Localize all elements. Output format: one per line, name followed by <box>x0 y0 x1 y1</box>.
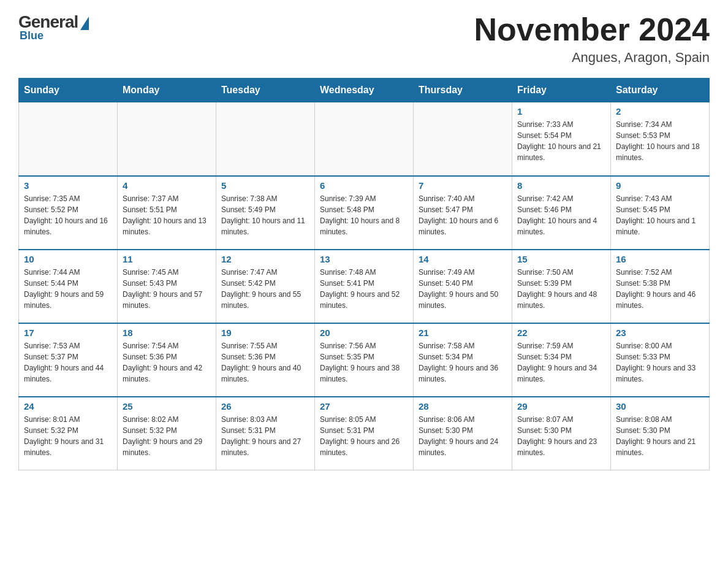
table-row: 15Sunrise: 7:50 AMSunset: 5:39 PMDayligh… <box>512 250 611 323</box>
sun-info: Sunrise: 7:52 AMSunset: 5:38 PMDaylight:… <box>616 267 704 311</box>
table-row: 1Sunrise: 7:33 AMSunset: 5:54 PMDaylight… <box>512 102 611 176</box>
day-number: 29 <box>517 401 605 412</box>
day-number: 2 <box>616 106 704 117</box>
day-number: 9 <box>616 180 704 191</box>
sun-info: Sunrise: 7:55 AMSunset: 5:36 PMDaylight:… <box>221 340 309 385</box>
sun-info: Sunrise: 8:02 AMSunset: 5:32 PMDaylight:… <box>123 414 211 458</box>
sun-info: Sunrise: 7:59 AMSunset: 5:34 PMDaylight:… <box>517 340 605 385</box>
day-number: 21 <box>419 327 507 338</box>
title-block: November 2024 Angues, Aragon, Spain <box>474 12 710 66</box>
calendar-table: Sunday Monday Tuesday Wednesday Thursday… <box>18 78 710 470</box>
sun-info: Sunrise: 7:56 AMSunset: 5:35 PMDaylight:… <box>320 340 408 385</box>
col-monday: Monday <box>118 79 216 102</box>
table-row: 5Sunrise: 7:38 AMSunset: 5:49 PMDaylight… <box>216 176 315 250</box>
table-row: 23Sunrise: 8:00 AMSunset: 5:33 PMDayligh… <box>611 323 710 397</box>
table-row: 11Sunrise: 7:45 AMSunset: 5:43 PMDayligh… <box>118 250 216 323</box>
table-row: 22Sunrise: 7:59 AMSunset: 5:34 PMDayligh… <box>512 323 611 397</box>
table-row <box>118 102 216 176</box>
table-row: 17Sunrise: 7:53 AMSunset: 5:37 PMDayligh… <box>19 323 118 397</box>
col-saturday: Saturday <box>611 79 710 102</box>
table-row: 30Sunrise: 8:08 AMSunset: 5:30 PMDayligh… <box>611 397 710 470</box>
sun-info: Sunrise: 7:47 AMSunset: 5:42 PMDaylight:… <box>221 267 309 311</box>
calendar-week-row: 17Sunrise: 7:53 AMSunset: 5:37 PMDayligh… <box>19 323 710 397</box>
table-row: 10Sunrise: 7:44 AMSunset: 5:44 PMDayligh… <box>19 250 118 323</box>
day-number: 19 <box>221 327 309 338</box>
table-row: 12Sunrise: 7:47 AMSunset: 5:42 PMDayligh… <box>216 250 315 323</box>
table-row: 18Sunrise: 7:54 AMSunset: 5:36 PMDayligh… <box>118 323 216 397</box>
day-number: 23 <box>616 327 704 338</box>
sun-info: Sunrise: 7:54 AMSunset: 5:36 PMDaylight:… <box>123 340 211 385</box>
logo-triangle-icon <box>80 17 89 30</box>
day-number: 20 <box>320 327 408 338</box>
day-number: 11 <box>123 254 211 264</box>
calendar-week-row: 3Sunrise: 7:35 AMSunset: 5:52 PMDaylight… <box>19 176 710 250</box>
day-number: 22 <box>517 327 605 338</box>
sun-info: Sunrise: 7:40 AMSunset: 5:47 PMDaylight:… <box>419 193 507 237</box>
day-number: 4 <box>123 180 211 191</box>
col-friday: Friday <box>512 79 611 102</box>
logo: General Blue <box>18 12 90 42</box>
table-row: 4Sunrise: 7:37 AMSunset: 5:51 PMDaylight… <box>118 176 216 250</box>
table-row <box>19 102 118 176</box>
table-row: 14Sunrise: 7:49 AMSunset: 5:40 PMDayligh… <box>414 250 512 323</box>
day-number: 7 <box>419 180 507 191</box>
table-row: 13Sunrise: 7:48 AMSunset: 5:41 PMDayligh… <box>315 250 414 323</box>
sun-info: Sunrise: 7:39 AMSunset: 5:48 PMDaylight:… <box>320 193 408 237</box>
day-number: 17 <box>24 327 112 338</box>
day-number: 13 <box>320 254 408 264</box>
calendar-week-row: 24Sunrise: 8:01 AMSunset: 5:32 PMDayligh… <box>19 397 710 470</box>
sun-info: Sunrise: 8:07 AMSunset: 5:30 PMDaylight:… <box>517 414 605 458</box>
table-row: 28Sunrise: 8:06 AMSunset: 5:30 PMDayligh… <box>414 397 512 470</box>
sun-info: Sunrise: 7:49 AMSunset: 5:40 PMDaylight:… <box>419 267 507 311</box>
sun-info: Sunrise: 7:53 AMSunset: 5:37 PMDaylight:… <box>24 340 112 385</box>
sun-info: Sunrise: 8:05 AMSunset: 5:31 PMDaylight:… <box>320 414 408 458</box>
table-row: 9Sunrise: 7:43 AMSunset: 5:45 PMDaylight… <box>611 176 710 250</box>
table-row: 24Sunrise: 8:01 AMSunset: 5:32 PMDayligh… <box>19 397 118 470</box>
sun-info: Sunrise: 7:42 AMSunset: 5:46 PMDaylight:… <box>517 193 605 237</box>
sun-info: Sunrise: 8:08 AMSunset: 5:30 PMDaylight:… <box>616 414 704 458</box>
table-row: 29Sunrise: 8:07 AMSunset: 5:30 PMDayligh… <box>512 397 611 470</box>
calendar-week-row: 10Sunrise: 7:44 AMSunset: 5:44 PMDayligh… <box>19 250 710 323</box>
day-number: 25 <box>123 401 211 412</box>
day-number: 8 <box>517 180 605 191</box>
day-number: 18 <box>123 327 211 338</box>
day-number: 3 <box>24 180 112 191</box>
sun-info: Sunrise: 7:33 AMSunset: 5:54 PMDaylight:… <box>517 119 605 163</box>
table-row: 26Sunrise: 8:03 AMSunset: 5:31 PMDayligh… <box>216 397 315 470</box>
day-number: 15 <box>517 254 605 264</box>
table-row: 19Sunrise: 7:55 AMSunset: 5:36 PMDayligh… <box>216 323 315 397</box>
page-header: General Blue November 2024 Angues, Arago… <box>18 12 710 66</box>
sun-info: Sunrise: 7:37 AMSunset: 5:51 PMDaylight:… <box>123 193 211 237</box>
table-row: 2Sunrise: 7:34 AMSunset: 5:53 PMDaylight… <box>611 102 710 176</box>
table-row: 21Sunrise: 7:58 AMSunset: 5:34 PMDayligh… <box>414 323 512 397</box>
day-number: 12 <box>221 254 309 264</box>
table-row <box>216 102 315 176</box>
table-row: 25Sunrise: 8:02 AMSunset: 5:32 PMDayligh… <box>118 397 216 470</box>
table-row: 6Sunrise: 7:39 AMSunset: 5:48 PMDaylight… <box>315 176 414 250</box>
logo-blue-bottom: Blue <box>20 29 44 42</box>
day-number: 5 <box>221 180 309 191</box>
day-number: 1 <box>517 106 605 117</box>
day-number: 24 <box>24 401 112 412</box>
month-year-title: November 2024 <box>474 12 710 47</box>
day-number: 27 <box>320 401 408 412</box>
table-row <box>315 102 414 176</box>
table-row: 7Sunrise: 7:40 AMSunset: 5:47 PMDaylight… <box>414 176 512 250</box>
sun-info: Sunrise: 7:45 AMSunset: 5:43 PMDaylight:… <box>123 267 211 311</box>
sun-info: Sunrise: 7:38 AMSunset: 5:49 PMDaylight:… <box>221 193 309 237</box>
sun-info: Sunrise: 7:48 AMSunset: 5:41 PMDaylight:… <box>320 267 408 311</box>
day-number: 10 <box>24 254 112 264</box>
day-number: 14 <box>419 254 507 264</box>
sun-info: Sunrise: 7:35 AMSunset: 5:52 PMDaylight:… <box>24 193 112 237</box>
calendar-header-row: Sunday Monday Tuesday Wednesday Thursday… <box>19 79 710 102</box>
table-row: 20Sunrise: 7:56 AMSunset: 5:35 PMDayligh… <box>315 323 414 397</box>
sun-info: Sunrise: 7:43 AMSunset: 5:45 PMDaylight:… <box>616 193 704 237</box>
sun-info: Sunrise: 7:34 AMSunset: 5:53 PMDaylight:… <box>616 119 704 163</box>
sun-info: Sunrise: 7:50 AMSunset: 5:39 PMDaylight:… <box>517 267 605 311</box>
sun-info: Sunrise: 7:58 AMSunset: 5:34 PMDaylight:… <box>419 340 507 385</box>
day-number: 26 <box>221 401 309 412</box>
calendar-week-row: 1Sunrise: 7:33 AMSunset: 5:54 PMDaylight… <box>19 102 710 176</box>
sun-info: Sunrise: 8:06 AMSunset: 5:30 PMDaylight:… <box>419 414 507 458</box>
day-number: 30 <box>616 401 704 412</box>
sun-info: Sunrise: 7:44 AMSunset: 5:44 PMDaylight:… <box>24 267 112 311</box>
